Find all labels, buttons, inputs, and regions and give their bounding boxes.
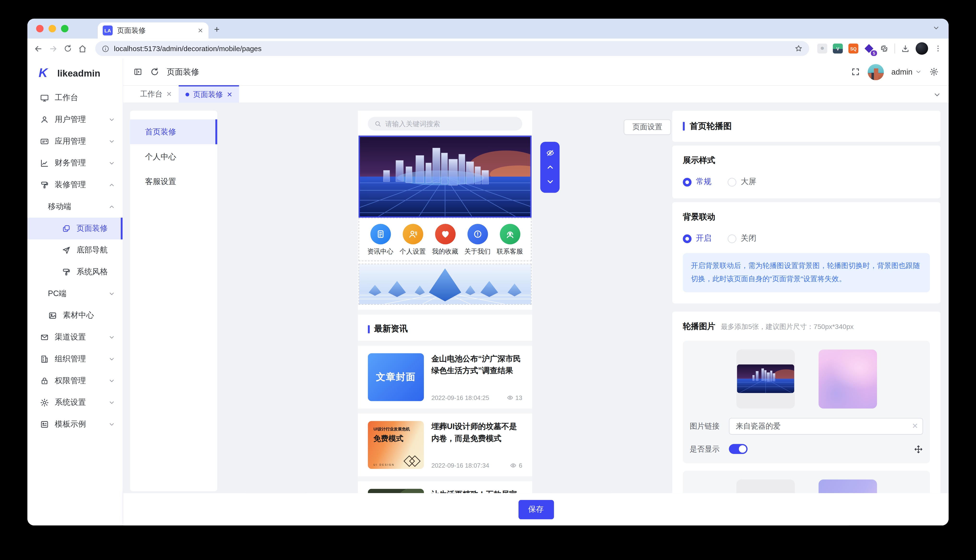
preview-search-bar[interactable]: 请输入关键词搜索: [368, 117, 522, 130]
url-bar[interactable]: localhost:5173/admin/decoration/mobile/p…: [95, 41, 809, 56]
radio-display-normal[interactable]: 常规: [683, 177, 711, 187]
banner-widget-selected[interactable]: [359, 135, 532, 218]
section-accent-bar: [683, 122, 685, 130]
sidebar-item-workbench[interactable]: 工作台: [27, 87, 123, 109]
carousel-background-thumb[interactable]: [818, 349, 877, 408]
divider: [894, 43, 895, 53]
sidebar-item-system-settings[interactable]: 系统设置: [27, 392, 123, 413]
tab-close-icon[interactable]: [197, 27, 204, 33]
save-button[interactable]: 保存: [518, 500, 554, 519]
bookmark-star-icon[interactable]: [794, 44, 803, 53]
refresh-icon[interactable]: [150, 67, 159, 77]
mobile-preview: 请输入关键词搜索: [358, 111, 532, 493]
move-widget-up-icon[interactable]: [546, 163, 554, 172]
hide-widget-eye-off-icon[interactable]: [546, 148, 554, 157]
tabs-overflow-chevron-icon[interactable]: [933, 91, 941, 99]
page-tabs-bar: 工作台✕ 页面装修✕: [123, 86, 949, 103]
extensions-area: ⊛ V SQ 5: [817, 42, 943, 55]
tab-page-decoration[interactable]: 页面装修✕: [179, 85, 239, 103]
extensions-puzzle-icon[interactable]: [879, 44, 889, 53]
nav-item-favorites[interactable]: 我的收藏: [429, 224, 461, 256]
radio-bg-link-off[interactable]: 关闭: [728, 233, 756, 244]
sidebar-item-permissions[interactable]: 权限管理: [27, 370, 123, 392]
image-link-input[interactable]: [729, 417, 923, 434]
inspector-panel: 首页轮播图 展示样式 常规 大屏 背景联动 开启: [672, 111, 941, 493]
sidebar-item-applications[interactable]: 应用管理: [27, 130, 123, 152]
radio-bg-link-on[interactable]: 开启: [683, 233, 711, 244]
react-extension-icon[interactable]: ⊛: [817, 43, 827, 53]
minimize-window-button[interactable]: [48, 25, 56, 32]
carousel-background-thumb[interactable]: [818, 479, 877, 493]
carousel-image-thumb[interactable]: [736, 479, 795, 493]
maximize-window-button[interactable]: [61, 25, 69, 32]
extension-badge: 5: [871, 50, 877, 56]
sidebar-item-organization[interactable]: 组织管理: [27, 348, 123, 370]
sidebar-item-mobile[interactable]: 移动端: [27, 196, 123, 218]
icon-nav-widget[interactable]: 资讯中心 个人设置 我的收藏: [359, 218, 532, 261]
user-avatar[interactable]: [868, 64, 884, 80]
search-icon: [374, 120, 382, 127]
article-row[interactable]: UI设计行业发展危机 免费模式 UI DESIGN 埋葬UI设计师的坟墓不是内卷…: [358, 413, 532, 477]
diamond-extension-icon[interactable]: 5: [864, 43, 874, 53]
banner-widget-2[interactable]: [359, 264, 532, 305]
sidebar-item-template-examples[interactable]: 模板示例: [27, 413, 123, 435]
tab-workbench[interactable]: 工作台✕: [133, 85, 179, 103]
page-item-personal-center[interactable]: 个人中心: [130, 144, 217, 169]
city-banner-thumb: [737, 365, 794, 393]
background-link-tip: 开启背景联动后，需为轮播图设置背景图，轮播图切换时，背景图也跟随切换，此时该页面…: [683, 253, 930, 292]
sidebar-item-bottom-nav[interactable]: 底部导航: [27, 240, 123, 261]
radio-display-large[interactable]: 大屏: [728, 177, 756, 187]
page-item-home[interactable]: 首页装修: [130, 120, 217, 145]
article-row[interactable]: 让生活更精致！五款居家好物推荐，实用性超高 #好物推荐: [358, 481, 532, 493]
nav-item-profile-settings[interactable]: 个人设置: [396, 224, 429, 256]
page-settings-button[interactable]: 页面设置: [624, 120, 671, 135]
sidebar-item-page-decoration[interactable]: 页面装修: [27, 218, 123, 240]
clear-input-icon[interactable]: ✕: [912, 421, 918, 430]
url-text[interactable]: localhost:5173/admin/decoration/mobile/p…: [114, 45, 790, 52]
settings-gear-icon[interactable]: [929, 67, 939, 77]
fullscreen-icon[interactable]: [851, 67, 860, 77]
tab-list-chevron-icon[interactable]: [933, 24, 940, 32]
news-section-title: 最新资讯: [374, 323, 408, 335]
nav-item-news[interactable]: 资讯中心: [364, 224, 396, 256]
show-toggle[interactable]: [729, 444, 748, 454]
site-info-icon[interactable]: [101, 44, 110, 53]
vue-extension-icon[interactable]: V: [833, 43, 843, 53]
sq-extension-icon[interactable]: SQ: [849, 43, 858, 53]
city-banner-image: [360, 137, 530, 217]
sidebar-item-material-center[interactable]: 素材中心: [27, 305, 123, 327]
nav-item-contact-service[interactable]: 联系客服: [493, 224, 526, 256]
collapse-sidebar-icon[interactable]: [133, 67, 143, 77]
close-tab-icon[interactable]: ✕: [166, 90, 172, 98]
browser-profile-avatar[interactable]: [916, 42, 928, 55]
sidebar-item-finance[interactable]: 财务管理: [27, 152, 123, 174]
browser-tab[interactable]: LA 页面装修: [98, 22, 209, 38]
sidebar-item-users[interactable]: 用户管理: [27, 109, 123, 131]
forward-icon[interactable]: [48, 44, 58, 53]
kebab-menu-icon[interactable]: [934, 44, 943, 53]
window-controls[interactable]: [36, 25, 69, 32]
downloads-icon[interactable]: [901, 44, 910, 53]
back-icon[interactable]: [33, 44, 43, 53]
sidebar-item-system-style[interactable]: 系统风格: [27, 261, 123, 283]
nav-item-about-us[interactable]: 关于我们: [461, 224, 494, 256]
close-window-button[interactable]: [36, 25, 43, 32]
carousel-image-thumb[interactable]: [736, 349, 795, 408]
views-eye-icon: [506, 394, 513, 401]
headset-icon: [505, 229, 515, 240]
chevron-down-icon: [108, 160, 115, 167]
sidebar-item-pc[interactable]: PC端: [27, 283, 123, 305]
page-item-customer-service[interactable]: 客服设置: [130, 169, 217, 194]
reload-icon[interactable]: [64, 44, 72, 53]
sidebar-item-decoration[interactable]: 装修管理: [27, 174, 123, 196]
new-tab-button[interactable]: +: [214, 23, 220, 34]
user-menu[interactable]: admin: [891, 67, 922, 76]
heart-icon: [440, 229, 450, 240]
drag-move-icon[interactable]: [914, 444, 923, 454]
move-widget-down-icon[interactable]: [546, 177, 554, 186]
article-row[interactable]: 文章封面 金山电池公布“沪广深市民绿色生活方式”调查结果 2022-09-16 …: [358, 346, 532, 408]
close-tab-icon[interactable]: ✕: [227, 90, 232, 98]
sidebar-item-channel-settings[interactable]: 渠道设置: [27, 327, 123, 348]
carousel-hint: 最多添加5张，建议图片尺寸：750px*340px: [721, 322, 854, 331]
home-icon[interactable]: [78, 44, 87, 53]
